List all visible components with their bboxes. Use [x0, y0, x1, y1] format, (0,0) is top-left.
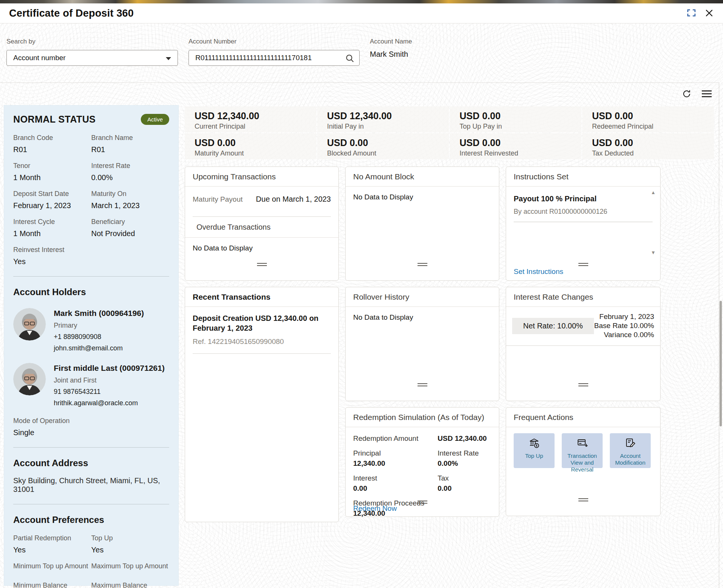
instruction-title: Payout 100 % Principal	[514, 194, 653, 203]
scrollbar-thumb[interactable]	[720, 301, 722, 426]
no-amount-block-card: No Amount Block No Data to Display	[345, 166, 499, 281]
field-label: Branch Code	[13, 134, 91, 142]
field-label: Interest Cycle	[13, 218, 91, 226]
account-number-value: R0111111111111111111111111170181	[195, 54, 312, 62]
card-drag-handle[interactable]	[578, 383, 588, 386]
field-value: Yes	[13, 257, 91, 266]
card-title: Recent Transactions	[185, 287, 338, 307]
rollover-history-card: Rollover History No Data to Display	[345, 287, 499, 401]
interest-rate-changes-card: Interest Rate Changes Net Rate: 10.00% F…	[506, 287, 661, 401]
panel-divider	[13, 276, 169, 277]
stat-value: USD 0.00	[195, 137, 316, 148]
interest-field: Interest 0.00	[353, 474, 438, 493]
field-label: Interest Rate	[438, 449, 491, 457]
card-drag-handle[interactable]	[418, 383, 427, 386]
field-label: Top Up	[91, 534, 169, 542]
upcoming-transactions-card: Upcoming Transactions Maturity Payout Du…	[185, 166, 339, 281]
holder-role: Joint and First	[54, 376, 165, 384]
stat-tile: USD 0.00Tax Deducted	[582, 133, 714, 159]
stat-value: USD 12,340.00	[195, 110, 316, 121]
holder-name: First middle Last (000971261)	[54, 364, 165, 373]
stat-value: USD 0.00	[460, 110, 581, 121]
field-value: R01	[13, 145, 91, 154]
close-icon	[705, 9, 713, 18]
avatar	[13, 363, 46, 395]
field-label: Maximum Balance Threshold	[91, 582, 169, 588]
holder-email: hrithik.agarwal@oracle.com	[54, 399, 165, 407]
account-name-label: Account Name	[370, 38, 412, 45]
interest-rate-field: Interest Rate 0.00%	[438, 449, 491, 468]
field-value: 0.00	[438, 484, 491, 493]
search-by-label: Search by	[6, 38, 178, 45]
close-button[interactable]	[705, 9, 713, 18]
card-drag-handle[interactable]	[257, 263, 267, 266]
account-address-value: Sky Building, Church Street, Miami, FL, …	[13, 476, 169, 494]
redeem-now-link[interactable]: Redeem Now	[353, 504, 397, 513]
frequent-actions-row: Top Up Transaction View and Reversal	[506, 427, 660, 468]
frequent-actions-card: Frequent Actions Top Up	[506, 407, 661, 516]
expand-button[interactable]	[687, 9, 696, 18]
account-modification-icon	[625, 437, 636, 450]
dashboard-main: USD 12,340.00Current Principal USD 12,34…	[185, 106, 714, 553]
refresh-icon	[682, 89, 691, 100]
status-badge: Active	[141, 114, 169, 125]
action-label: Account Modification	[610, 453, 651, 466]
account-address-heading: Account Address	[13, 458, 169, 468]
account-number-input[interactable]: R0111111111111111111111111170181	[189, 50, 360, 66]
search-by-select[interactable]: Account number	[6, 50, 178, 66]
stat-value: USD 0.00	[592, 110, 714, 121]
account-modification-button[interactable]: Account Modification	[610, 433, 651, 468]
tax-field: Tax 0.00	[438, 474, 491, 493]
card-drag-handle[interactable]	[578, 498, 588, 501]
stat-label: Interest Reinvested	[460, 149, 581, 157]
stat-label: Maturity Amount	[195, 149, 316, 157]
net-rate-chip: Net Rate: 10.00%	[512, 318, 594, 334]
scroll-up-icon[interactable]: ▲	[651, 190, 656, 195]
transaction-view-and-reversal-button[interactable]: Transaction View and Reversal	[562, 433, 603, 468]
field-value: 0.00%	[91, 173, 169, 182]
field-value: 1 Month	[13, 229, 91, 238]
field-label: Tax	[438, 474, 491, 482]
stat-label: Tax Deducted	[592, 149, 714, 157]
field-value: 0.00%	[438, 459, 491, 468]
transaction-title: Deposit Creation USD 12,340.00 on Februa…	[193, 313, 331, 333]
stat-value: USD 0.00	[592, 137, 714, 148]
instructions-set-card: Instructions Set Payout 100 % Principal …	[506, 166, 661, 281]
refresh-button[interactable]	[682, 89, 691, 100]
card-drag-handle[interactable]	[418, 501, 427, 504]
menu-button[interactable]	[702, 89, 712, 100]
holder-email: john.smith@email.com	[54, 344, 144, 352]
card-title: No Amount Block	[346, 167, 499, 187]
stat-tile: USD 12,340.00Current Principal	[185, 106, 316, 132]
page-title: Certificate of Deposit 360	[9, 8, 134, 19]
dashboard-toolbar	[682, 89, 712, 100]
account-holders-heading: Account Holders	[13, 287, 169, 297]
chevron-down-icon	[166, 57, 171, 60]
search-button[interactable]	[345, 53, 355, 64]
holder-role: Primary	[54, 322, 144, 330]
field-value: 1 Month	[13, 173, 91, 182]
recent-transactions-card: Recent Transactions Deposit Creation USD…	[185, 287, 339, 522]
top-up-button[interactable]: Top Up	[514, 433, 555, 468]
variance: Variance 0.00%	[594, 330, 654, 339]
top-up-bank-icon	[528, 437, 540, 450]
set-instructions-link[interactable]: Set Instructions	[514, 268, 563, 276]
card-drag-handle[interactable]	[578, 263, 588, 266]
card-title: Upcoming Transactions	[185, 167, 338, 187]
stat-label: Initial Pay in	[327, 123, 449, 131]
scrollbar-track	[719, 82, 719, 588]
field-label: Partial Redemption	[13, 534, 91, 542]
stat-label: Top Up Pay in	[460, 123, 581, 131]
window-controls	[687, 9, 713, 18]
scroll-down-icon[interactable]: ▼	[651, 250, 656, 255]
field-value: February 1, 2023	[13, 201, 91, 210]
stat-tile: USD 12,340.00Initial Pay in	[317, 106, 449, 132]
panel-divider	[13, 447, 169, 448]
field-label: Interest	[353, 474, 438, 482]
holder-phone: +1 8898090908	[54, 333, 144, 341]
overdue-transactions-heading: Overdue Transactions	[185, 217, 338, 238]
rate-change-date: February 1, 2023	[594, 312, 654, 321]
redemption-simulation-card: Redemption Simulation (As of Today) Rede…	[345, 407, 499, 517]
no-data-text: No Data to Display	[193, 244, 331, 252]
card-drag-handle[interactable]	[418, 263, 427, 266]
